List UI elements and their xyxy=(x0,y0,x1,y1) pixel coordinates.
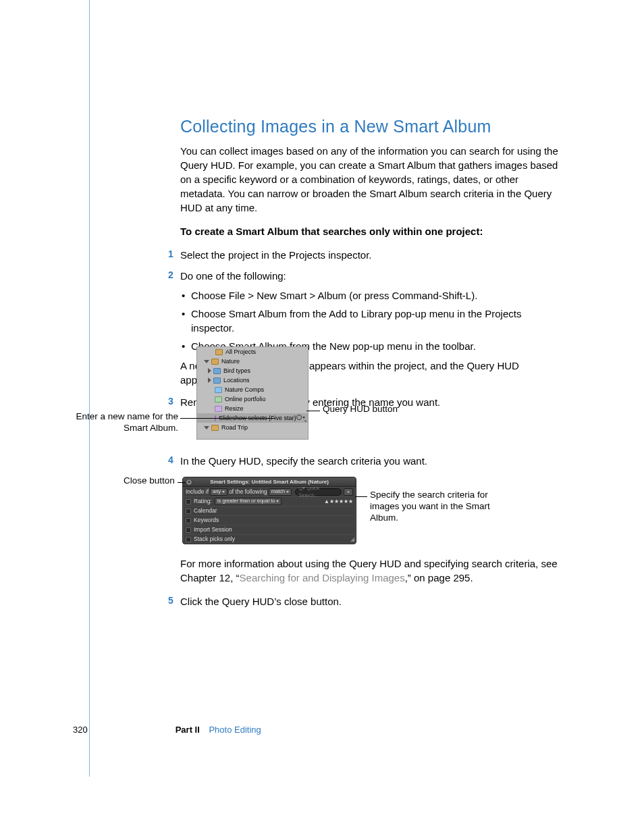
step-text: Select the project in the Projects inspe… xyxy=(180,249,371,261)
any-dropdown[interactable]: any xyxy=(210,488,227,496)
match-dropdown[interactable]: match xyxy=(269,488,292,496)
item-label: Nature xyxy=(221,357,240,366)
step-5: 5 Click the Query HUD’s close button. xyxy=(180,594,558,608)
hud-titlebar[interactable]: × Smart Settings: Untitled Smart Album (… xyxy=(183,477,356,487)
task-heading: To create a Smart Album that searches on… xyxy=(180,224,558,238)
add-criterion-button[interactable]: + xyxy=(344,488,353,496)
of-following-label: of the following xyxy=(229,488,267,496)
step-number: 5 xyxy=(168,594,173,608)
web-gallery-icon xyxy=(215,396,222,402)
xref-paragraph: For more information about using the Que… xyxy=(180,556,558,585)
rating-slider[interactable]: · · · · · · · · · · · xyxy=(285,496,322,507)
folder-icon xyxy=(213,377,221,384)
step-1: 1 Select the project in the Projects ins… xyxy=(180,248,558,262)
list-item[interactable]: All Projects xyxy=(197,347,308,357)
stack-picks-criterion-row: Stack picks only xyxy=(183,534,356,544)
page-footer: 320 Part II Photo Editing xyxy=(73,724,261,736)
intro-paragraph: You can collect images based on any of t… xyxy=(180,144,558,215)
step-number: 1 xyxy=(168,248,173,261)
album-icon xyxy=(215,387,222,393)
disclosure-triangle-icon[interactable] xyxy=(204,426,209,429)
step-number: 4 xyxy=(168,454,173,467)
item-label: Resize xyxy=(225,405,244,413)
projects-panel-figure: All Projects Nature Bird types Locations… xyxy=(196,346,308,440)
rating-label: Rating: xyxy=(194,498,212,506)
item-label: Road Trip xyxy=(221,423,248,432)
query-hud-button-icon[interactable] xyxy=(296,414,307,423)
resize-handle-icon[interactable]: ◢ xyxy=(350,537,354,542)
list-item[interactable]: Locations xyxy=(197,375,308,385)
book-icon xyxy=(215,406,222,412)
callout-right-fig2: Specify the search criteria for images y… xyxy=(370,490,491,524)
criterion-label: Stack picks only xyxy=(194,536,235,544)
step-number: 2 xyxy=(168,269,173,282)
criterion-label: Keywords xyxy=(194,517,219,525)
project-icon xyxy=(211,425,219,431)
part-label: Part II xyxy=(176,725,200,735)
step-4: 4 In the Query HUD, specify the search c… xyxy=(180,454,558,468)
keywords-criterion-row: Keywords xyxy=(183,515,356,525)
project-icon xyxy=(211,359,219,365)
list-item[interactable]: Bird types xyxy=(197,366,308,375)
hud-criteria-row: Include if any of the following match Q▾… xyxy=(183,487,356,496)
list-item[interactable]: Road Trip xyxy=(197,423,308,432)
body-content-after-fig2: For more information about using the Que… xyxy=(180,556,558,615)
callout-left-fig1: Enter a new name for the Smart Album. xyxy=(74,411,178,434)
list-item[interactable]: Nature Comps xyxy=(197,385,308,394)
criterion-label: Calendar xyxy=(194,507,217,515)
stack-picks-checkbox[interactable] xyxy=(186,537,191,542)
bullet-item: Choose File > New Smart > Album (or pres… xyxy=(191,288,558,303)
step-text: Click the Query HUD’s close button. xyxy=(180,596,342,607)
rating-stars[interactable]: ▲★★★★★ xyxy=(324,498,353,505)
calendar-checkbox[interactable] xyxy=(186,509,191,514)
item-label: Online portfolio xyxy=(225,395,266,404)
import-session-criterion-row: Import Session xyxy=(183,525,356,534)
quick-search-field[interactable]: Q▾ Quick Search… xyxy=(295,488,342,496)
list-item[interactable]: Nature xyxy=(197,357,308,366)
close-button[interactable]: × xyxy=(186,479,192,486)
list-item[interactable]: Online portfolio xyxy=(197,394,308,404)
item-label: Locations xyxy=(223,376,250,385)
disclosure-triangle-icon[interactable] xyxy=(208,377,211,383)
step-text: Do one of the following: xyxy=(180,270,286,282)
hud-title: Smart Settings: Untitled Smart Album (Na… xyxy=(183,478,356,486)
item-label: All Projects xyxy=(225,348,256,357)
step-text: In the Query HUD, specify the search cri… xyxy=(180,455,427,467)
callout-right-fig1: Query HUD button xyxy=(323,404,398,415)
cross-reference-link[interactable]: Searching for and Displaying Images xyxy=(240,572,405,583)
item-label: Bird types xyxy=(223,367,250,375)
rating-criterion-row: Rating: is greater than or equal to · · … xyxy=(183,496,356,506)
bullet-item: Choose Smart Album from the Add to Libra… xyxy=(191,307,558,335)
body-content-after-fig1: 4 In the Query HUD, specify the search c… xyxy=(180,454,558,475)
callout-left-fig2: Close button xyxy=(124,475,175,487)
criterion-label: Import Session xyxy=(194,526,232,534)
section-title: Collecting Images in a New Smart Album xyxy=(180,115,558,138)
project-icon xyxy=(215,349,223,355)
list-item[interactable]: Resize xyxy=(197,404,308,413)
include-if-label: Include if xyxy=(186,488,209,496)
section-label: Photo Editing xyxy=(209,725,261,735)
rating-operator-dropdown[interactable]: is greater than or equal to xyxy=(215,498,281,505)
step-number: 3 xyxy=(168,395,173,409)
disclosure-triangle-icon[interactable] xyxy=(208,368,211,373)
margin-rule xyxy=(89,0,90,777)
keywords-checkbox[interactable] xyxy=(186,518,191,523)
page-number: 320 xyxy=(73,724,88,736)
import-session-checkbox[interactable] xyxy=(186,527,191,533)
query-hud-figure: × Smart Settings: Untitled Smart Album (… xyxy=(182,477,356,544)
folder-icon xyxy=(213,368,221,374)
item-label: Nature Comps xyxy=(225,386,264,394)
rating-checkbox[interactable] xyxy=(186,499,191,504)
calendar-criterion-row: Calendar xyxy=(183,506,356,515)
disclosure-triangle-icon[interactable] xyxy=(204,360,209,363)
